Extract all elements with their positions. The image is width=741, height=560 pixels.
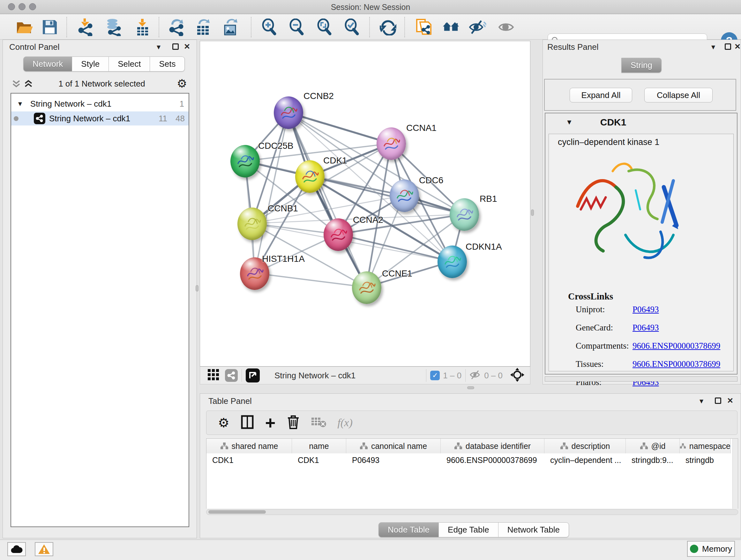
save-session-button[interactable] xyxy=(41,18,59,36)
selected-checkbox-icon[interactable]: ✓ xyxy=(430,371,440,380)
import-network-file-button[interactable] xyxy=(77,18,95,36)
bottom-splitter-handle[interactable] xyxy=(467,386,474,389)
delete-column-trash-icon[interactable] xyxy=(287,415,299,431)
results-panel-collapse-icon[interactable]: ▾ xyxy=(711,43,715,51)
network-node-cdk1[interactable] xyxy=(295,160,325,193)
open-session-button[interactable] xyxy=(15,18,33,36)
right-splitter-handle[interactable] xyxy=(531,209,534,216)
import-table-button[interactable] xyxy=(133,18,151,36)
show-columns-icon[interactable] xyxy=(241,415,254,430)
zoom-in-button[interactable] xyxy=(260,18,278,36)
zoom-out-button[interactable] xyxy=(287,18,306,36)
results-tab-string[interactable]: String xyxy=(621,58,662,73)
table-cell[interactable]: cyclin–dependent ... xyxy=(544,453,626,467)
collection-expand-caret-icon[interactable]: ▼ xyxy=(17,100,23,108)
control-panel-collapse-icon[interactable]: ▾ xyxy=(157,43,160,51)
entry-gene-name: CDK1 xyxy=(600,117,626,128)
export-table-button[interactable] xyxy=(194,18,212,36)
crosslink-value-link[interactable]: 9606.ENSP00000378699 xyxy=(632,359,720,369)
hidden-eye-icon[interactable] xyxy=(469,370,482,381)
expand-all-networks-icon[interactable] xyxy=(24,79,33,90)
show-all-button[interactable] xyxy=(497,18,515,36)
table-cell[interactable]: stringdb:9... xyxy=(626,453,680,467)
network-node-ccna1[interactable] xyxy=(377,127,406,160)
table-panel-close-icon[interactable]: ✕ xyxy=(727,396,733,405)
apply-layout-button[interactable] xyxy=(379,18,397,36)
control-panel-close-icon[interactable]: ✕ xyxy=(184,42,190,51)
crosslink-value-link[interactable]: 9606.ENSP00000378699 xyxy=(632,341,720,351)
add-column-icon[interactable]: + xyxy=(265,416,276,429)
export-image-button[interactable] xyxy=(221,18,239,36)
network-node-cdc6[interactable] xyxy=(390,179,419,212)
table-panel-float-icon[interactable] xyxy=(715,397,721,404)
zoom-selected-button[interactable] xyxy=(343,18,360,36)
tab-network[interactable]: Network xyxy=(23,57,72,71)
first-neighbors-button[interactable] xyxy=(442,18,460,36)
column-header-database-identifier[interactable]: database identifier xyxy=(441,439,544,453)
expand-all-button[interactable]: Expand All xyxy=(569,88,632,103)
delete-table-icon[interactable] xyxy=(311,416,326,429)
column-header-description[interactable]: description xyxy=(544,439,626,453)
warnings-button[interactable] xyxy=(35,542,53,556)
zoom-out-icon xyxy=(288,18,305,36)
tab-style[interactable]: Style xyxy=(72,57,109,71)
network-options-gear-icon[interactable]: ⚙ xyxy=(177,77,187,90)
node-structure-thumbnail xyxy=(377,127,406,160)
column-header-id[interactable]: @id xyxy=(626,439,680,453)
crosslink-value-link[interactable]: P06493 xyxy=(632,323,659,333)
tab-select[interactable]: Select xyxy=(109,57,150,71)
network-node-ccnb2[interactable] xyxy=(274,97,303,129)
hide-selected-button[interactable] xyxy=(468,18,486,36)
table-cell[interactable]: CDK1 xyxy=(206,453,292,467)
network-node-ccnb1[interactable] xyxy=(238,207,267,240)
network-canvas[interactable]: CCNB2 CCNA1 CDC25B CDK1 CDC6 RB1 xyxy=(200,41,530,367)
column-header-canonical-name[interactable]: canonical name xyxy=(346,439,441,453)
network-node-cdkn1a[interactable] xyxy=(437,246,467,278)
table-cell[interactable]: 9606.ENSP00000378699 xyxy=(441,453,544,467)
memory-button[interactable]: Memory xyxy=(687,541,735,557)
left-splitter-handle[interactable] xyxy=(196,285,199,292)
table-horizontal-scrollbar[interactable] xyxy=(206,509,738,515)
table-tab-network-table[interactable]: Network Table xyxy=(498,522,569,537)
function-builder-icon[interactable]: f(x) xyxy=(338,417,353,429)
network-row-selected[interactable]: String Network – cdk1 11 48 xyxy=(11,111,189,125)
network-node-cdc25b[interactable] xyxy=(230,145,260,178)
table-vertical-scrollbar[interactable] xyxy=(732,439,738,509)
entry-collapse-caret-icon[interactable]: ▼ xyxy=(566,118,573,126)
results-panel-close-icon[interactable]: ✕ xyxy=(734,42,741,51)
node-label-ccnb1: CCNB1 xyxy=(268,203,298,213)
zoom-fit-button[interactable] xyxy=(315,18,333,36)
birds-eye-view-icon[interactable] xyxy=(246,368,260,382)
control-panel-float-icon[interactable] xyxy=(172,44,179,50)
network-collection-row[interactable]: ▼ String Network – cdk1 1 xyxy=(11,97,189,111)
crosslink-value-link[interactable]: P06493 xyxy=(632,305,659,314)
view-string-icon[interactable] xyxy=(225,369,238,382)
table-tab-node-table[interactable]: Node Table xyxy=(379,522,439,537)
collapse-all-button[interactable]: Collapse All xyxy=(644,88,713,103)
table-options-gear-icon[interactable]: ⚙ xyxy=(218,415,229,430)
results-entry-header[interactable]: ▼ CDK1 xyxy=(545,113,737,131)
column-namespace-icon xyxy=(220,442,228,450)
table-panel-collapse-icon[interactable]: ▾ xyxy=(699,396,703,406)
table-tab-edge-table[interactable]: Edge Table xyxy=(439,522,498,537)
fit-selected-crosshair-icon[interactable] xyxy=(510,368,524,383)
scrollbar-thumb[interactable] xyxy=(208,510,266,514)
tab-sets[interactable]: Sets xyxy=(150,57,185,71)
column-header-name[interactable]: name xyxy=(292,439,346,453)
cloud-button[interactable] xyxy=(7,542,26,556)
table-cell[interactable]: stringdb xyxy=(680,453,731,467)
crosslink-row: Uniprot:P06493 xyxy=(576,305,729,314)
table-cell[interactable]: P06493 xyxy=(346,453,441,467)
network-node-ccna2[interactable] xyxy=(324,219,353,251)
network-node-rb1[interactable] xyxy=(450,198,479,231)
collapse-all-networks-icon[interactable] xyxy=(12,79,21,90)
column-header-shared-name[interactable]: shared name xyxy=(206,439,292,453)
column-header-namespace[interactable]: namespace xyxy=(680,439,731,453)
export-network-button[interactable] xyxy=(167,18,185,36)
import-network-database-button[interactable] xyxy=(105,18,123,36)
table-cell[interactable]: CDK1 xyxy=(292,453,346,467)
show-grid-icon[interactable] xyxy=(207,368,220,382)
network-node-ccne1[interactable] xyxy=(352,271,381,304)
create-network-view-button[interactable] xyxy=(415,18,433,36)
results-panel-float-icon[interactable] xyxy=(725,44,731,50)
